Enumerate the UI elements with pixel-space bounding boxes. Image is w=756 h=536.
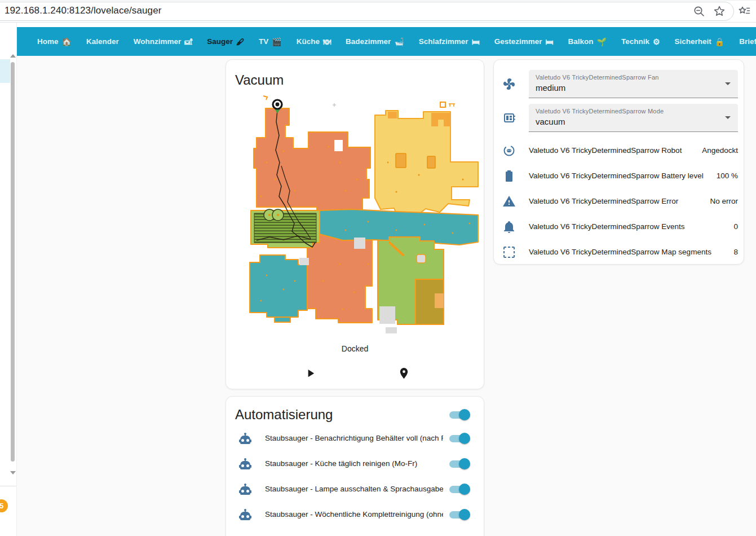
entity-state: 8 bbox=[733, 248, 738, 256]
tab-sicherheit[interactable]: Sicherheit🔒 bbox=[667, 37, 732, 46]
clapper-icon: 🎬 bbox=[272, 37, 281, 46]
sidebar-divider bbox=[0, 486, 16, 486]
gear-icon: ⚙ bbox=[653, 37, 660, 46]
tab-sauger[interactable]: Sauger🖌 bbox=[200, 37, 251, 46]
automation-card-title: Automatisierung bbox=[235, 407, 449, 423]
play-icon bbox=[304, 367, 317, 380]
automation-master-toggle[interactable] bbox=[449, 408, 470, 421]
bathtub-icon: 🛁 bbox=[394, 37, 404, 46]
chevron-down-icon bbox=[725, 82, 731, 85]
entity-row-events[interactable]: Valetudo V6 TrickyDeterminedSparrow Even… bbox=[494, 214, 744, 239]
vacuum-status: Docked bbox=[226, 344, 484, 353]
tab-wohnzimmer[interactable]: Wohnzimmer🛋 bbox=[126, 37, 200, 46]
robot-icon bbox=[238, 457, 252, 471]
scrollbar-thumb[interactable] bbox=[11, 62, 15, 462]
scrollbar-up-arrow[interactable] bbox=[10, 54, 16, 58]
entity-row-map-segments[interactable]: Valetudo V6 TrickyDeterminedSparrow Map … bbox=[494, 239, 744, 265]
automation-toggle[interactable] bbox=[449, 483, 470, 495]
tab-kueche[interactable]: Küche🍽 bbox=[289, 37, 338, 46]
cutlery-icon: 🍽 bbox=[323, 37, 331, 46]
entity-row-robot[interactable]: Valetudo V6 TrickyDeterminedSparrow Robo… bbox=[494, 138, 744, 163]
lovelace-tab-bar: Home🏠 Kalender Wohnzimmer🛋 Sauger🖌 TV🎬 K… bbox=[16, 27, 756, 56]
automation-toggle[interactable] bbox=[449, 458, 470, 470]
tab-technik[interactable]: Technik⚙ bbox=[614, 37, 667, 46]
mode-select[interactable]: Valetudo V6 TrickyDeterminedSparrow Mode… bbox=[529, 104, 738, 132]
vacuum-entities-card: Valetudo V6 TrickyDeterminedSparrow Fan … bbox=[493, 59, 744, 265]
dashboard-content: Vacuum bbox=[16, 56, 756, 536]
tab-briefkasten[interactable]: Briefkasten📫 bbox=[732, 37, 756, 46]
fan-speed-select[interactable]: Valetudo V6 TrickyDeterminedSparrow Fan … bbox=[529, 70, 738, 98]
tab-schlafzimmer[interactable]: Schlafzimmer🛏 bbox=[412, 37, 487, 46]
automation-card: Automatisierung Staubsauger - Benachrich… bbox=[226, 396, 484, 536]
vacuum-controls bbox=[226, 353, 484, 381]
tab-gestezimmer[interactable]: Gestezimmer🛏 bbox=[487, 37, 561, 46]
map-marker-icon bbox=[397, 367, 410, 380]
tab-tv[interactable]: TV🎬 bbox=[251, 37, 289, 46]
entity-state: 100 % bbox=[717, 172, 738, 180]
mode-row: Valetudo V6 TrickyDeterminedSparrow Mode… bbox=[494, 104, 744, 132]
chevron-down-icon bbox=[725, 116, 731, 119]
entity-state: No error bbox=[710, 197, 738, 205]
entity-state: Angedockt bbox=[702, 146, 738, 155]
vacuum-card-title: Vacuum bbox=[226, 60, 484, 88]
sidebar-active-item[interactable] bbox=[0, 59, 10, 83]
tab-home[interactable]: Home🏠 bbox=[30, 37, 79, 46]
robot-icon bbox=[238, 508, 252, 521]
couch-icon: 🛋 bbox=[184, 37, 192, 46]
url-text[interactable]: 192.168.1.240:8123/lovelace/sauger bbox=[5, 5, 161, 16]
collections-icon[interactable] bbox=[737, 5, 751, 18]
collapsed-sidebar: 5 bbox=[0, 21, 17, 536]
scrollbar-down-arrow[interactable] bbox=[10, 471, 16, 475]
entity-row-battery[interactable]: Valetudo V6 TrickyDeterminedSparrow Batt… bbox=[494, 163, 744, 188]
vacuum-card: Vacuum bbox=[226, 59, 484, 389]
lock-icon: 🔒 bbox=[715, 37, 724, 46]
battery-icon bbox=[502, 169, 516, 183]
entity-row-error[interactable]: Valetudo V6 TrickyDeterminedSparrow Erro… bbox=[494, 188, 744, 214]
bed-icon: 🛏 bbox=[472, 37, 480, 46]
bed-icon: 🛏 bbox=[545, 37, 553, 46]
browser-address-bar[interactable]: 192.168.1.240:8123/lovelace/sauger bbox=[0, 0, 756, 23]
robot-icon bbox=[238, 482, 252, 496]
favorite-star-icon[interactable] bbox=[713, 5, 726, 18]
fan-speed-row: Valetudo V6 TrickyDeterminedSparrow Fan … bbox=[494, 70, 744, 98]
zoom-out-icon[interactable] bbox=[692, 5, 706, 18]
tab-badezimmer[interactable]: Badezimmer🛁 bbox=[338, 37, 412, 46]
bell-icon bbox=[502, 220, 516, 234]
brush-icon: 🖌 bbox=[236, 37, 244, 46]
automation-row: Staubsauger - Benachrichtigung Behälter … bbox=[226, 425, 484, 451]
play-button[interactable] bbox=[303, 366, 318, 381]
automation-toggle[interactable] bbox=[449, 508, 470, 521]
robot-icon bbox=[238, 432, 252, 445]
vacuum-map[interactable] bbox=[227, 95, 483, 340]
notification-badge[interactable]: 5 bbox=[0, 499, 8, 512]
tab-balkon[interactable]: Balkon🌱 bbox=[560, 37, 613, 46]
locate-button[interactable] bbox=[396, 366, 412, 381]
home-icon: 🏠 bbox=[62, 37, 72, 46]
fan-icon bbox=[502, 77, 516, 91]
seedling-icon: 🌱 bbox=[596, 37, 606, 46]
alert-triangle-icon bbox=[502, 195, 516, 208]
automation-toggle[interactable] bbox=[449, 432, 470, 445]
entity-state: 0 bbox=[733, 222, 738, 231]
selection-icon bbox=[502, 245, 516, 259]
tab-kalender[interactable]: Kalender bbox=[79, 37, 126, 46]
robot-vacuum-icon bbox=[502, 144, 516, 157]
mode-grid-icon bbox=[502, 111, 516, 125]
automation-row: Staubsauger - Küche täglich reinigen (Mo… bbox=[226, 451, 484, 476]
automation-row: Staubsauger - Lampe ausschalten & Sprach… bbox=[226, 476, 484, 502]
automation-row: Staubsauger - Wöchentliche Komplettreini… bbox=[226, 502, 484, 527]
